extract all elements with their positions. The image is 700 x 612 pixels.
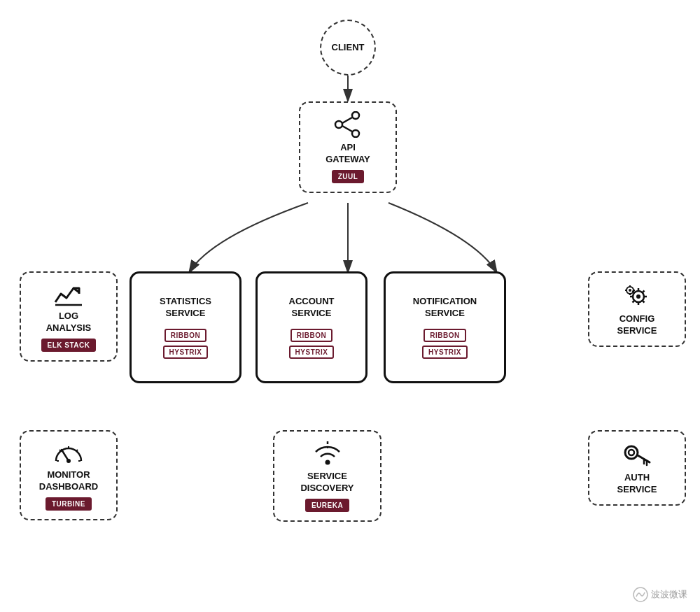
api-gateway-badge: ZUUL [332,170,365,183]
statistics-service-box: STATISTICSSERVICE RIBBON HYSTRIX [130,271,241,383]
client-label: CLIENT [332,42,365,54]
config-service-node: CONFIGSERVICE [588,271,686,347]
svg-point-4 [352,130,359,137]
svg-point-26 [66,459,71,463]
statistics-hystrix-badge: HYSTRIX [163,346,209,359]
service-discovery-box: SERVICEDISCOVERY EUREKA [273,430,382,522]
monitor-dashboard-label: MONITORDASHBOARD [39,469,99,493]
config-service-label: CONFIGSERVICE [617,313,657,337]
svg-point-10 [636,294,640,299]
svg-line-30 [59,450,61,451]
notification-service-label: NOTIFICATIONSERVICE [413,296,477,320]
svg-point-35 [625,446,638,459]
key-icon [622,440,652,468]
svg-point-20 [629,289,631,292]
svg-line-17 [643,291,645,293]
account-hystrix-badge: HYSTRIX [289,346,335,359]
speedometer-icon [53,440,84,465]
signal-icon [312,440,343,467]
svg-line-16 [643,301,645,303]
statistics-service-label: STATISTICSSERVICE [160,296,211,320]
account-service-node: ACCOUNTSERVICE RIBBON HYSTRIX [255,271,368,383]
svg-point-32 [325,460,330,465]
notification-service-box: NOTIFICATIONSERVICE RIBBON HYSTRIX [384,271,506,383]
api-gateway-label: APIGATEWAY [326,142,370,166]
api-gateway-node: APIGATEWAY ZUUL [299,101,397,193]
statistics-ribbon-badge: RIBBON [164,329,206,342]
svg-line-18 [633,301,635,303]
auth-service-label: AUTHSERVICE [617,472,657,496]
svg-line-6 [342,118,352,123]
svg-point-3 [352,112,359,119]
chart-up-icon [54,281,83,306]
monitor-dashboard-box: MONITORDASHBOARD TURBINE [20,430,118,520]
account-service-box: ACCOUNTSERVICE RIBBON HYSTRIX [255,271,368,383]
svg-line-31 [76,450,78,451]
statistics-service-node: STATISTICSSERVICE RIBBON HYSTRIX [130,271,241,383]
service-discovery-label: SERVICEDISCOVERY [300,471,354,494]
diagram: CLIENT APIGATEWAY ZUUL LOGAN [0,0,700,612]
account-service-label: ACCOUNTSERVICE [289,296,335,320]
svg-line-7 [342,126,352,131]
svg-point-5 [335,121,342,128]
log-analysis-label: LOGANALYSIS [46,311,92,334]
notification-ribbon-badge: RIBBON [424,329,465,342]
monitor-dashboard-badge: TURBINE [46,497,92,511]
log-analysis-box: LOGANALYSIS ELK STACK [20,271,118,362]
watermark-icon [633,587,648,602]
service-discovery-badge: EUREKA [305,499,349,512]
service-discovery-node: SERVICEDISCOVERY EUREKA [273,430,382,522]
config-service-box: CONFIGSERVICE [588,271,686,347]
notification-hystrix-badge: HYSTRIX [422,346,468,359]
share-icon [333,111,363,138]
notification-service-node: NOTIFICATIONSERVICE RIBBON HYSTRIX [384,271,506,383]
monitor-dashboard-node: MONITORDASHBOARD TURBINE [20,430,118,520]
api-gateway-box: APIGATEWAY ZUUL [299,101,397,193]
log-analysis-badge: ELK STACK [41,339,97,352]
watermark-text: 波波微课 [651,588,687,601]
watermark: 波波微课 [633,587,687,602]
client-circle: CLIENT [320,20,376,76]
auth-service-node: AUTHSERVICE [588,430,686,506]
gear-icon [622,281,652,309]
auth-service-box: AUTHSERVICE [588,430,686,506]
svg-point-36 [629,450,634,455]
client-node: CLIENT [320,20,376,76]
log-analysis-node: LOGANALYSIS ELK STACK [20,271,118,362]
account-ribbon-badge: RIBBON [290,329,332,342]
